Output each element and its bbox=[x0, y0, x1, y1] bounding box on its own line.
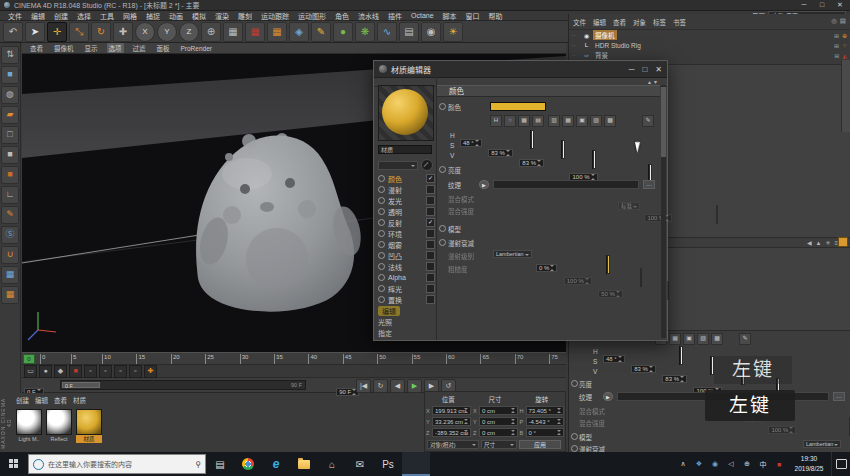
menu-item[interactable]: 模拟 bbox=[192, 11, 206, 21]
menu-item[interactable]: 编辑 bbox=[31, 11, 45, 21]
falloff-slider[interactable] bbox=[606, 255, 608, 274]
menu-item[interactable]: Octane bbox=[411, 12, 434, 19]
autokey-icon[interactable]: ✚ bbox=[144, 365, 157, 378]
channel-label[interactable]: 置换 bbox=[388, 295, 402, 305]
hsv-mode-icon[interactable]: H bbox=[490, 115, 502, 127]
model-mode-icon[interactable]: ■ bbox=[1, 66, 19, 84]
channel-label[interactable]: 透明 bbox=[388, 207, 402, 217]
viewport-menu-item[interactable]: 面板 bbox=[155, 43, 172, 53]
material-manager-menu-item[interactable]: 查看 bbox=[54, 395, 67, 405]
record-keyframe-icon[interactable]: ◆ bbox=[54, 365, 67, 378]
close-button[interactable]: ✕ bbox=[832, 0, 848, 10]
dialog-close-button[interactable]: ✕ bbox=[655, 65, 662, 74]
chrome-icon[interactable] bbox=[234, 452, 262, 476]
key-scale-icon[interactable]: ▫ bbox=[84, 365, 97, 378]
saturation-field[interactable]: 83 % bbox=[488, 149, 513, 157]
position-field[interactable]: -389.352 cm bbox=[432, 428, 471, 437]
channel-checkbox[interactable] bbox=[426, 273, 435, 282]
hue-field[interactable]: 48 ° bbox=[460, 139, 482, 147]
keyframe-box-icon[interactable]: ▭ bbox=[24, 365, 37, 378]
no-animation-icon[interactable] bbox=[421, 159, 433, 171]
model-radio[interactable] bbox=[571, 433, 578, 440]
menu-item[interactable]: 运动图形 bbox=[298, 11, 326, 21]
menu-item[interactable]: 窗口 bbox=[466, 11, 480, 21]
hue-slider[interactable] bbox=[679, 346, 681, 365]
channel-checkbox[interactable] bbox=[426, 207, 435, 216]
saturation-field[interactable]: 83 % bbox=[631, 365, 656, 373]
points-mode-icon[interactable]: □ bbox=[1, 126, 19, 144]
brightness-radio[interactable] bbox=[571, 380, 578, 387]
goto-start-button[interactable]: |◀ bbox=[356, 379, 371, 393]
record-position-icon[interactable]: ● bbox=[39, 365, 52, 378]
tray-defender-icon[interactable]: ◉ bbox=[707, 460, 723, 468]
loop-button[interactable]: ↻ bbox=[373, 379, 388, 393]
model-dropdown[interactable]: Lambertian bbox=[493, 250, 532, 258]
tray-volume-icon[interactable]: ◁ bbox=[723, 460, 739, 468]
position-field[interactable]: 199.913 cm bbox=[432, 406, 471, 415]
timeline-ruler[interactable]: 0 051015202530354045505560657075 bbox=[22, 352, 566, 365]
layer-tag-icon[interactable]: ⊞ bbox=[834, 42, 839, 49]
position-field[interactable]: 33.236 cm bbox=[432, 417, 471, 426]
lock-y-icon[interactable]: Y bbox=[157, 22, 177, 42]
channel-row[interactable]: 颜色 ✓ bbox=[378, 173, 435, 184]
filter-icon[interactable]: ▤ bbox=[840, 17, 846, 27]
channel-label[interactable]: 辉光 bbox=[388, 284, 402, 294]
material-manager-menu-item[interactable]: 编辑 bbox=[35, 395, 48, 405]
undo-icon[interactable]: ↶ bbox=[3, 22, 23, 42]
channel-row[interactable]: 透明 bbox=[378, 206, 435, 217]
material-thumbnail[interactable] bbox=[16, 409, 42, 435]
channel-label[interactable]: 凹凸 bbox=[388, 251, 402, 261]
compact-mode-icon[interactable]: ▥ bbox=[548, 115, 560, 127]
channel-checkbox[interactable]: ✓ bbox=[426, 218, 435, 227]
workplane-mode-icon[interactable]: ▰ bbox=[1, 106, 19, 124]
camera-icon[interactable]: ◉ bbox=[421, 22, 441, 42]
apply-button[interactable]: 应用 bbox=[519, 440, 561, 449]
move-tool-icon[interactable]: ✛ bbox=[47, 22, 67, 42]
primitives-icon[interactable]: ● bbox=[333, 22, 353, 42]
model-radio[interactable] bbox=[439, 225, 446, 232]
rgb-sliders-icon[interactable]: ▦ bbox=[669, 333, 681, 345]
value-slider[interactable] bbox=[592, 150, 594, 169]
mode-icon[interactable]: ✳ bbox=[825, 239, 830, 246]
key-rotation-icon[interactable]: ▫ bbox=[99, 365, 112, 378]
size-field[interactable]: 0 cm bbox=[479, 428, 518, 437]
lock-x-icon[interactable]: X bbox=[135, 22, 155, 42]
channel-label[interactable]: 环境 bbox=[388, 229, 402, 239]
color-radio[interactable] bbox=[439, 103, 446, 110]
saturation-slider[interactable] bbox=[710, 356, 712, 375]
channel-row[interactable]: 凹凸 bbox=[378, 250, 435, 261]
size-field[interactable]: 0 cm bbox=[479, 417, 518, 426]
menu-item[interactable]: 插件 bbox=[388, 11, 402, 21]
falloff-radio[interactable] bbox=[439, 239, 446, 246]
file-explorer-icon[interactable] bbox=[290, 452, 318, 476]
object-manager-menu-item[interactable]: 书签 bbox=[673, 17, 686, 27]
channel-checkbox[interactable] bbox=[426, 185, 435, 194]
up-icon[interactable]: ▲ bbox=[816, 240, 822, 246]
maximize-button[interactable]: □ bbox=[814, 0, 830, 10]
channel-checkbox[interactable]: ✓ bbox=[426, 174, 435, 183]
visibility-dots[interactable]: ·· bbox=[572, 52, 580, 58]
tray-expand-icon[interactable]: ∧ bbox=[675, 460, 691, 468]
back-icon[interactable]: ◀ bbox=[807, 239, 812, 246]
mograph-icon[interactable]: ❋ bbox=[355, 22, 375, 42]
tray-recorder-icon[interactable]: ■ bbox=[771, 461, 787, 468]
channel-label[interactable]: 颜色 bbox=[388, 174, 402, 184]
light-icon[interactable]: ☀ bbox=[443, 22, 463, 42]
channel-row[interactable]: 漫射 bbox=[378, 184, 435, 195]
menu-item[interactable]: 流水线 bbox=[358, 11, 379, 21]
model-dropdown[interactable]: Lambertian bbox=[803, 440, 842, 448]
channel-row[interactable]: 环境 bbox=[378, 228, 435, 239]
channel-checkbox[interactable] bbox=[426, 240, 435, 249]
render-view-icon[interactable]: ▦ bbox=[223, 22, 243, 42]
object-tag-icon[interactable]: ⁘ bbox=[842, 42, 847, 49]
object-name[interactable]: 摄像机 bbox=[593, 30, 617, 40]
menu-item[interactable]: 角色 bbox=[335, 11, 349, 21]
minimize-button[interactable]: ─ bbox=[796, 0, 812, 10]
rotation-field[interactable]: 0 ° bbox=[526, 428, 565, 437]
material-thumbnail[interactable] bbox=[46, 409, 72, 435]
object-tag-icon[interactable]: ◭ bbox=[842, 52, 847, 59]
layer-tag-icon[interactable]: ⊞ bbox=[834, 32, 839, 39]
channel-checkbox[interactable] bbox=[426, 284, 435, 293]
edges-mode-icon[interactable]: ■ bbox=[1, 146, 19, 164]
coordinate-system-icon[interactable]: ⊕ bbox=[201, 22, 221, 42]
